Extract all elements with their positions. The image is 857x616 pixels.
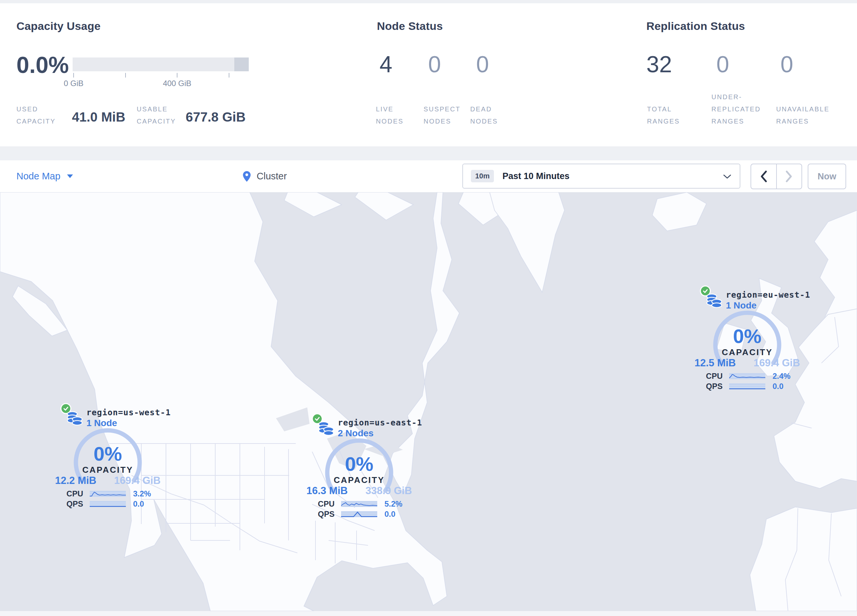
used-capacity: 12.2 MiB (55, 475, 96, 486)
cpu-sparkline (341, 501, 377, 507)
usable-capacity-label: USABLE CAPACITY (137, 88, 189, 128)
bottom-strip (0, 611, 857, 616)
replication-status-title: Replication Status (647, 20, 745, 32)
used-capacity: 12.5 MiB (695, 357, 736, 369)
world-map (0, 192, 857, 611)
region-marker-us-east-1[interactable]: region=us-east-1 2 Nodes 0% CAPACITY 16.… (303, 417, 415, 522)
cpu-label: CPU (699, 372, 722, 381)
axis-tick (125, 73, 126, 77)
chevron-down-icon (723, 174, 731, 179)
usable-capacity-value: 677.8 GiB (186, 109, 246, 125)
chevron-left-icon (760, 170, 767, 182)
qps-sparkline (90, 501, 126, 507)
database-stack-icon (67, 410, 83, 427)
unavailable-count: 0 (780, 52, 793, 77)
qps-value: 0.0 (133, 499, 144, 509)
cpu-value: 5.2% (384, 499, 402, 509)
axis-tick (177, 73, 178, 77)
node-map: region=us-west-1 1 Node 0% CAPACITY 12.2… (0, 192, 857, 611)
total-capacity: 338.9 GiB (365, 485, 412, 497)
gauge-capacity-label: CAPACITY (303, 475, 415, 485)
location-pin-icon (242, 170, 251, 182)
greenland-landmass (490, 192, 565, 292)
node-status-title: Node Status (377, 20, 443, 32)
dead-nodes-label: DEAD NODES (470, 88, 510, 128)
used-capacity-value: 41.0 MiB (72, 109, 125, 125)
iceland-landmass (652, 192, 707, 231)
cpu-value: 3.2% (133, 489, 151, 499)
qps-label: QPS (311, 509, 334, 519)
gauge-capacity-label: CAPACITY (691, 347, 803, 357)
suspect-nodes-label: SUSPECT NODES (424, 88, 465, 128)
cpu-sparkline (729, 373, 765, 379)
region-marker-us-west-1[interactable]: region=us-west-1 1 Node 0% CAPACITY 12.2… (52, 406, 164, 511)
view-picker-label: Node Map (16, 171, 60, 182)
cpu-value: 2.4% (773, 372, 790, 381)
under-replicated-count: 0 (716, 52, 729, 77)
capacity-bar-reserved-segment (234, 57, 249, 71)
breadcrumb[interactable]: Cluster (242, 160, 287, 192)
chevron-right-icon (785, 170, 793, 182)
breadcrumb-cluster-label: Cluster (257, 171, 287, 182)
step-forward-button[interactable] (777, 164, 802, 188)
capacity-usage-title: Capacity Usage (16, 20, 101, 32)
database-stack-icon (318, 420, 334, 437)
total-capacity: 169.4 GiB (753, 357, 800, 369)
axis-tick-label: 400 GiB (161, 79, 193, 88)
view-picker-dropdown[interactable]: Node Map (16, 160, 73, 192)
used-capacity-label: USED CAPACITY (16, 88, 66, 128)
map-toolbar: Node Map Cluster 10m Past 10 Minutes Now (0, 160, 857, 193)
now-button[interactable]: Now (808, 164, 846, 189)
qps-sparkline (729, 383, 765, 389)
dead-nodes-count: 0 (476, 52, 489, 77)
island (355, 192, 413, 220)
live-nodes-count: 4 (379, 52, 392, 77)
total-capacity: 169.4 GiB (114, 475, 160, 486)
region-label: region=eu-west-1 (726, 290, 811, 300)
cpu-label: CPU (311, 499, 334, 509)
time-range-badge: 10m (471, 170, 494, 182)
gauge-percent: 0% (691, 325, 803, 347)
qps-value: 0.0 (384, 509, 395, 519)
live-nodes-label: LIVE NODES (376, 88, 415, 128)
cpu-sparkline (90, 491, 126, 497)
total-ranges-label: TOTAL RANGES (647, 88, 696, 128)
axis-tick-label: 0 GiB (57, 79, 90, 88)
island (284, 192, 342, 217)
capacity-percent: 0.0% (16, 52, 69, 77)
axis-tick (73, 73, 74, 77)
step-back-button[interactable] (751, 164, 777, 188)
time-range-select[interactable]: 10m Past 10 Minutes (463, 164, 740, 188)
summary-band: Capacity Usage 0.0% 0 GiB 400 GiB USED C… (0, 3, 857, 147)
time-range-label: Past 10 Minutes (503, 171, 569, 181)
north-america-landmass (0, 192, 459, 611)
chevron-down-icon (67, 174, 73, 178)
gauge-capacity-label: CAPACITY (52, 465, 164, 475)
under-replicated-label: UNDER-REPLICATED RANGES (712, 88, 768, 128)
time-step-buttons (750, 164, 802, 189)
used-capacity: 16.3 MiB (306, 485, 348, 497)
suspect-nodes-count: 0 (428, 52, 441, 77)
unavailable-label: UNAVAILABLE RANGES (776, 88, 843, 128)
qps-value: 0.0 (773, 382, 783, 391)
qps-label: QPS (59, 499, 83, 509)
cpu-label: CPU (59, 489, 83, 499)
region-label: region=us-east-1 (338, 418, 422, 428)
region-label: region=us-west-1 (87, 408, 171, 417)
qps-sparkline (341, 511, 377, 517)
gauge-percent: 0% (303, 453, 415, 476)
gauge-percent: 0% (52, 443, 164, 465)
capacity-bar (73, 57, 249, 71)
total-ranges-count: 32 (647, 52, 672, 77)
axis-tick (229, 73, 229, 77)
database-stack-icon (706, 292, 722, 309)
qps-label: QPS (699, 382, 722, 391)
region-marker-eu-west-1[interactable]: region=eu-west-1 1 Node 0% CAPACITY 12.5… (691, 289, 803, 394)
